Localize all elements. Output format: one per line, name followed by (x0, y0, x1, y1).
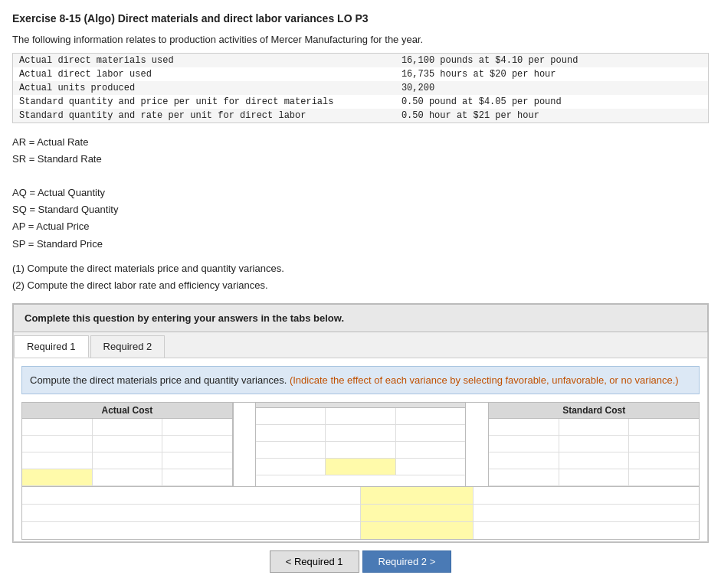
sc-cell-r1c3[interactable] (629, 419, 699, 436)
ac-input-r2c1[interactable] (22, 436, 92, 452)
abbrev-line: AP = Actual Price (12, 218, 709, 235)
mid-input-r3c2[interactable] (326, 442, 395, 458)
bv-r3-type[interactable] (474, 522, 699, 539)
mid-cell-r2c1[interactable] (256, 425, 326, 442)
ac-input-r4c1[interactable] (22, 469, 92, 485)
ac-cell-r3c3[interactable] (162, 452, 232, 469)
ac-cell-r1c1[interactable] (22, 419, 93, 436)
sc-input-r3c1[interactable] (489, 452, 559, 469)
bv-input-r3-type[interactable] (474, 522, 699, 539)
ac-cell-r3c2[interactable] (93, 452, 163, 469)
mid-cell-r1c2[interactable] (326, 408, 396, 425)
ac-cell-r2c2[interactable] (93, 436, 163, 452)
mid-input-r3c3[interactable] (396, 442, 466, 458)
ac-cell-r2c3[interactable] (162, 436, 232, 452)
ac-cell-r4c3[interactable] (162, 469, 232, 486)
right-connector (466, 403, 489, 486)
ac-input-r4c3[interactable] (162, 469, 232, 485)
sc-cell-r4c1[interactable] (489, 469, 559, 486)
bv-r2-type[interactable] (474, 505, 699, 521)
bv-r1-val[interactable] (361, 487, 474, 504)
ac-input-r3c3[interactable] (162, 452, 232, 469)
prev-button[interactable]: < Required 1 (270, 550, 359, 573)
sc-cell-r1c1[interactable] (489, 419, 559, 436)
mid-input-r2c2[interactable] (326, 425, 395, 441)
ac-input-r1c1[interactable] (22, 419, 92, 435)
mid-cell-r1c3[interactable] (396, 408, 466, 425)
mid-input-r3c1[interactable] (256, 442, 326, 458)
bv-r2-desc[interactable] (22, 505, 361, 521)
mid-input-r1c2[interactable] (326, 408, 395, 424)
sc-input-r1c1[interactable] (489, 419, 559, 435)
sc-cell-r1c2[interactable] (559, 419, 630, 436)
ac-input-r1c2[interactable] (93, 419, 162, 435)
ac-cell-r4c2[interactable] (93, 469, 163, 486)
ac-cell-r1c2[interactable] (93, 419, 163, 436)
ac-input-r4c2[interactable] (93, 469, 162, 485)
bv-input-r1-type[interactable] (474, 487, 699, 504)
sc-cell-r4c2[interactable] (559, 469, 630, 486)
sc-input-r4c3[interactable] (629, 469, 699, 485)
bv-input-r2-type[interactable] (474, 505, 699, 521)
sc-cell-r2c2[interactable] (559, 436, 630, 452)
sc-input-r2c2[interactable] (559, 436, 629, 452)
bv-r1-type[interactable] (474, 487, 699, 504)
sc-cell-r2c1[interactable] (489, 436, 559, 452)
sc-cell-r3c1[interactable] (489, 452, 559, 469)
mid-cell-r1c1[interactable] (256, 408, 326, 425)
bv-input-r1-desc[interactable] (22, 487, 360, 504)
mid-input-r1c3[interactable] (396, 408, 466, 424)
mid-input-r4c3[interactable] (396, 459, 466, 475)
mid-cell-r3c1[interactable] (256, 442, 326, 459)
mid-cell-r4c1[interactable] (256, 459, 326, 475)
sc-input-r3c2[interactable] (559, 452, 629, 469)
next-button[interactable]: Required 2 > (362, 550, 452, 573)
ac-cell-r2c1[interactable] (22, 436, 93, 452)
mid-cell-r2c2[interactable] (326, 425, 396, 442)
middle-header (256, 403, 466, 408)
ac-input-r2c2[interactable] (93, 436, 162, 452)
mid-input-r4c2[interactable] (326, 459, 395, 475)
bv-r1-desc[interactable] (22, 487, 361, 504)
sc-input-r4c1[interactable] (489, 469, 559, 485)
mid-cell-r3c2[interactable] (326, 442, 396, 459)
mid-input-r4c1[interactable] (256, 459, 326, 475)
ac-input-r2c3[interactable] (162, 436, 232, 452)
sc-input-r2c3[interactable] (629, 436, 699, 452)
mid-input-r2c1[interactable] (256, 425, 326, 441)
bv-r3-desc[interactable] (22, 522, 361, 539)
ac-cell-r3c1[interactable] (22, 452, 93, 469)
bv-input-r2-val[interactable] (361, 505, 474, 521)
bv-r2-val[interactable] (361, 505, 474, 521)
sc-input-r3c3[interactable] (629, 452, 699, 469)
tab-required2[interactable]: Required 2 (90, 335, 166, 358)
sc-cell-r3c2[interactable] (559, 452, 630, 469)
ac-input-r3c1[interactable] (22, 452, 92, 469)
ac-cell-r1c3[interactable] (162, 419, 232, 436)
mid-cell-r2c3[interactable] (396, 425, 466, 442)
mid-cell-r4c2[interactable] (326, 459, 396, 475)
mid-input-r1c1[interactable] (256, 408, 326, 424)
sc-input-r1c3[interactable] (629, 419, 699, 435)
sc-cell-r4c3[interactable] (629, 469, 699, 486)
bv-r3-val[interactable] (361, 522, 474, 539)
bv-input-r3-desc[interactable] (22, 522, 360, 539)
bv-input-r2-desc[interactable] (22, 505, 360, 521)
standard-cost-section: Standard Cost (489, 403, 699, 486)
tab-required1[interactable]: Required 1 (14, 335, 89, 358)
bv-input-r1-val[interactable] (361, 487, 474, 504)
sc-cell-r2c3[interactable] (629, 436, 699, 452)
ac-input-r1c3[interactable] (162, 419, 232, 435)
sc-input-r1c2[interactable] (559, 419, 629, 435)
sc-cell-r3c3[interactable] (629, 452, 699, 469)
sc-input-r2c1[interactable] (489, 436, 559, 452)
abbrev-line: SQ = Standard Quantity (12, 201, 709, 218)
mid-input-r2c3[interactable] (396, 425, 466, 441)
mid-cell-r4c3[interactable] (396, 459, 466, 475)
bv-input-r3-val[interactable] (361, 522, 474, 539)
ac-input-r3c2[interactable] (93, 452, 162, 469)
instructions-block: (1) Compute the direct materials price a… (12, 260, 709, 294)
ac-cell-r4c1[interactable] (22, 469, 93, 486)
mid-cell-r3c3[interactable] (396, 442, 466, 459)
sc-input-r4c2[interactable] (559, 469, 629, 485)
